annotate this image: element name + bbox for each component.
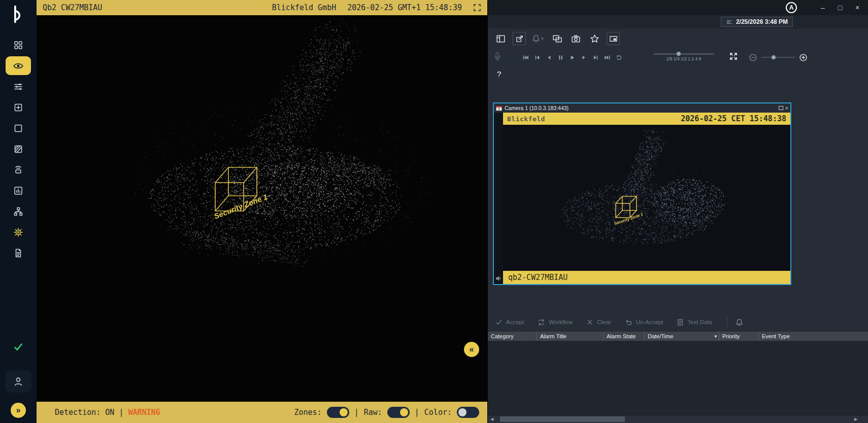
accept-label: Accept <box>506 319 524 325</box>
column-header-alarm-title[interactable]: Alarm Title <box>537 332 604 341</box>
pause-button[interactable] <box>555 52 565 62</box>
horizontal-scrollbar: ◀ ▶ <box>488 415 868 423</box>
zones-toggle[interactable] <box>327 407 349 418</box>
health-check-icon[interactable] <box>6 337 31 356</box>
playback-speed-control[interactable]: 1/8 1/4 1/2 1 2 4 8 <box>650 53 717 61</box>
left-main: Qb2 CW27MBIAU Blickfeld GmbH 2026-02-25 … <box>37 0 487 423</box>
logs-document-icon[interactable] <box>6 243 31 262</box>
screen: » Qb2 CW27MBIAU Blickfeld GmbH 2026-02-2… <box>0 0 868 423</box>
monitors-icon[interactable] <box>550 32 563 45</box>
help-label[interactable]: ? <box>497 69 501 78</box>
star-favorite-icon[interactable] <box>588 32 601 45</box>
clear-button[interactable]: Clear <box>586 319 611 326</box>
sidebar-expand-button[interactable]: » <box>11 403 26 418</box>
exclusion-zone-icon[interactable] <box>6 139 31 158</box>
accept-button[interactable]: Accept <box>495 319 524 326</box>
playback-toolbar: 1/8 1/4 1/2 1 2 4 8 <box>488 49 868 66</box>
zoom-slider-handle[interactable] <box>772 55 776 59</box>
fit-window-icon[interactable] <box>729 52 738 62</box>
camera-content: Blickfeld 2026-02-25 CET 15:48:38 <box>494 113 790 284</box>
fullscreen-icon[interactable] <box>473 4 481 12</box>
zone-icon[interactable] <box>6 119 31 137</box>
zoom-in-button[interactable] <box>799 53 808 62</box>
text-data-button[interactable]: Text Data <box>677 319 712 326</box>
workflow-label: Workflow <box>549 319 573 325</box>
raw-toggle[interactable] <box>387 407 410 418</box>
statistics-icon[interactable] <box>6 181 31 200</box>
time-picker-value: 2/25/2026 3:48 PM <box>736 18 788 25</box>
column-header-event-type[interactable]: Event Type <box>759 332 868 341</box>
views-panel-icon[interactable] <box>494 32 507 45</box>
column-header-priority[interactable]: Priority <box>719 332 759 341</box>
color-toggle-label: Color: <box>424 408 452 417</box>
camera-panel[interactable]: Camera 1 (10.0.3.183:443) × Blickfeld 20… <box>493 102 791 285</box>
time-row: 2/25/2026 3:48 PM <box>488 15 868 28</box>
sensor-device-icon[interactable] <box>6 160 31 179</box>
workflow-button[interactable]: Workflow <box>538 319 573 326</box>
loop-playback-button[interactable] <box>614 52 624 62</box>
sidebar: » <box>0 0 37 423</box>
pointcloud-viewport[interactable]: Security Zone 1 « <box>37 15 487 402</box>
zoom-out-button[interactable] <box>749 53 757 62</box>
scrollbar-corner <box>860 415 868 423</box>
camera-record-icon <box>496 105 502 111</box>
audio-indicator-icon[interactable] <box>495 275 502 281</box>
dashboard-icon[interactable] <box>6 36 31 54</box>
notifications-bell-icon[interactable] <box>736 319 743 326</box>
settings-gear-icon[interactable] <box>6 223 31 241</box>
step-forward-button[interactable] <box>579 52 589 62</box>
zoom-slider[interactable] <box>761 57 795 58</box>
alarm-bell-icon[interactable]: ▼ <box>531 32 545 45</box>
user-account-icon[interactable] <box>5 370 31 393</box>
datetime-filter-icon[interactable]: ▼ <box>714 334 718 339</box>
avatar[interactable]: A <box>786 2 797 13</box>
camera-zone-label: Security Zone 1 <box>614 212 644 226</box>
camera-zone-overlay: Security Zone 1 <box>503 125 790 271</box>
camera-video[interactable]: Security Zone 1 <box>503 125 790 271</box>
camera-name-overlay: qb2-CW27MBIAU <box>508 273 567 282</box>
skip-end-button[interactable] <box>602 52 612 62</box>
scroll-left-arrow[interactable]: ◀ <box>488 415 496 423</box>
scrollbar-track[interactable] <box>496 415 852 423</box>
scrollbar-thumb[interactable] <box>500 416 625 422</box>
play-button[interactable] <box>567 52 577 62</box>
panel-collapse-button[interactable]: « <box>464 342 479 357</box>
detection-status: Detection: ON <box>55 408 114 417</box>
popout-window-icon[interactable] <box>513 32 526 45</box>
left-statusbar: Detection: ON | WARNING Zones: | Raw: | … <box>37 402 487 423</box>
view-area: Camera 1 (10.0.3.183:443) × Blickfeld 20… <box>488 81 868 285</box>
step-back-button[interactable] <box>544 52 554 62</box>
time-picker-field[interactable]: 2/25/2026 3:48 PM <box>721 17 793 27</box>
alarm-list-body[interactable] <box>488 341 868 415</box>
live-view-eye-icon[interactable] <box>6 56 31 75</box>
left-topbar: Qb2 CW27MBIAU Blickfeld GmbH 2026-02-25 … <box>37 0 487 15</box>
picture-in-picture-icon[interactable] <box>607 32 620 45</box>
next-button[interactable] <box>590 52 600 62</box>
text-data-label: Text Data <box>687 319 712 325</box>
speed-labels: 1/8 1/4 1/2 1 2 4 8 <box>650 56 717 61</box>
scroll-right-arrow[interactable]: ▶ <box>852 415 860 423</box>
tune-sliders-icon[interactable] <box>6 77 31 96</box>
column-header-alarm-state[interactable]: Alarm State <box>604 332 645 341</box>
add-zone-icon[interactable] <box>6 98 31 117</box>
color-toggle[interactable] <box>457 407 479 418</box>
previous-button[interactable] <box>532 52 542 62</box>
unaccept-button[interactable]: Un-Accept <box>625 319 663 326</box>
device-name: Qb2 CW27MBIAU <box>43 3 102 12</box>
speed-slider-track[interactable] <box>653 53 714 55</box>
camera-close-icon[interactable]: × <box>785 105 788 111</box>
minimize-button[interactable]: – <box>814 1 831 14</box>
column-header-datetime[interactable]: Date/Time▼ <box>645 332 719 341</box>
speed-slider-handle[interactable] <box>677 52 681 56</box>
maximize-button[interactable]: □ <box>831 1 849 14</box>
close-button[interactable]: × <box>849 1 866 14</box>
raw-toggle-label: Raw: <box>364 408 382 417</box>
network-topology-icon[interactable] <box>6 202 31 221</box>
camera-snapshot-icon[interactable] <box>569 32 582 45</box>
camera-maximize-icon[interactable] <box>779 106 783 110</box>
transport-controls <box>520 52 624 62</box>
microphone-icon[interactable] <box>493 52 502 63</box>
alarm-list-header: Category Alarm Title Alarm State Date/Ti… <box>488 332 868 341</box>
skip-start-button[interactable] <box>520 52 530 62</box>
column-header-category[interactable]: Category <box>488 332 537 341</box>
